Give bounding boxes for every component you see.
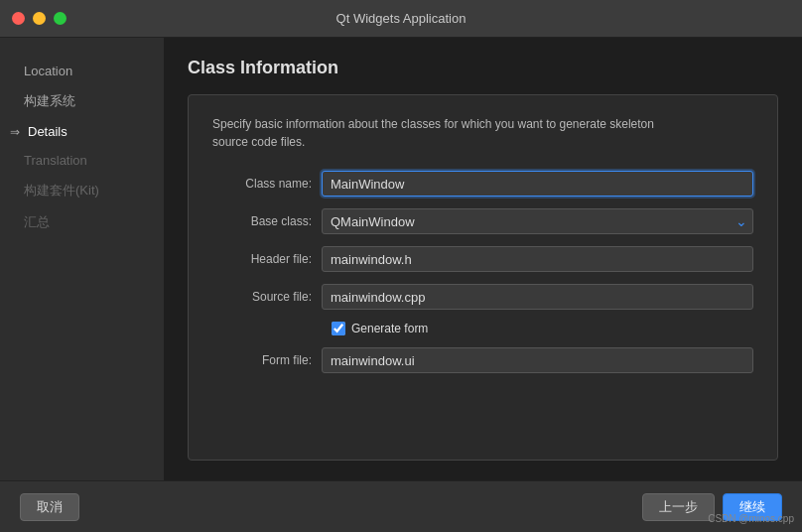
class-name-input[interactable]: [322, 171, 753, 197]
generate-form-row: Generate form: [332, 322, 753, 335]
header-file-label: Header file:: [212, 252, 322, 266]
generate-form-checkbox[interactable]: [332, 322, 345, 335]
maximize-button[interactable]: [54, 12, 67, 25]
class-name-label: Class name:: [212, 177, 322, 191]
close-button[interactable]: [12, 12, 25, 25]
source-file-label: Source file:: [212, 290, 322, 304]
sidebar-item-label: Details: [28, 124, 67, 139]
panel-title: Class Information: [188, 58, 778, 78]
sidebar-item-translation: Translation: [0, 147, 164, 174]
sidebar-item-build-kit: 构建套件(Kit): [0, 176, 164, 205]
form-file-input[interactable]: [322, 347, 753, 373]
base-class-row: Base class: QMainWindow QWidget QDialog …: [212, 208, 753, 234]
sidebar-item-location[interactable]: Location: [0, 58, 164, 84]
header-file-row: Header file:: [212, 246, 753, 272]
class-name-row: Class name:: [212, 171, 753, 197]
generate-form-wrapper: Generate form: [332, 322, 428, 335]
source-file-input[interactable]: [322, 284, 753, 310]
titlebar: Qt Widgets Application: [0, 0, 802, 38]
header-file-input[interactable]: [322, 246, 753, 272]
sidebar: Location 构建系统 ⇒ Details Translation 构建套件…: [0, 38, 164, 480]
main-content: Location 构建系统 ⇒ Details Translation 构建套件…: [0, 38, 802, 480]
back-button[interactable]: 上一步: [642, 493, 715, 521]
bottom-bar: 取消 上一步 继续 CSDN @minos.cpp: [0, 480, 802, 532]
titlebar-buttons: [12, 12, 67, 25]
form-file-label: Form file:: [212, 353, 322, 367]
base-class-select[interactable]: QMainWindow QWidget QDialog: [322, 208, 753, 234]
form-description: Specify basic information about the clas…: [212, 115, 689, 151]
sidebar-item-label: 构建套件(Kit): [24, 182, 99, 200]
sidebar-item-build-system[interactable]: 构建系统: [0, 86, 164, 116]
cancel-button[interactable]: 取消: [20, 493, 79, 521]
right-panel: Class Information Specify basic informat…: [164, 38, 802, 480]
window-title: Qt Widgets Application: [336, 11, 467, 26]
sidebar-item-label: 汇总: [24, 213, 50, 231]
base-class-label: Base class:: [212, 214, 322, 228]
base-class-select-wrapper: QMainWindow QWidget QDialog ⌄: [322, 208, 753, 234]
sidebar-item-summary: 汇总: [0, 207, 164, 237]
minimize-button[interactable]: [33, 12, 46, 25]
arrow-icon: ⇒: [10, 125, 20, 139]
sidebar-item-label: Location: [24, 64, 72, 78]
sidebar-item-details[interactable]: ⇒ Details: [0, 118, 164, 145]
sidebar-item-label: 构建系统: [24, 92, 75, 110]
form-container: Specify basic information about the clas…: [188, 94, 778, 461]
sidebar-item-label: Translation: [24, 153, 87, 168]
source-file-row: Source file:: [212, 284, 753, 310]
watermark-text: CSDN @minos.cpp: [708, 513, 794, 524]
generate-form-label[interactable]: Generate form: [351, 322, 428, 335]
form-file-row: Form file:: [212, 347, 753, 373]
